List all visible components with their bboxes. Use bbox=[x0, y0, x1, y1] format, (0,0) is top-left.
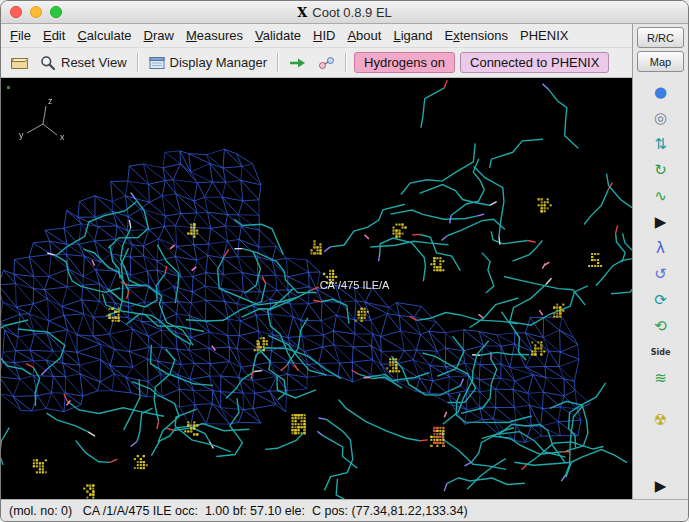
more-tools-arrow-icon[interactable]: ▶ bbox=[648, 476, 674, 497]
toolbar: Reset View Display Manager bbox=[1, 48, 632, 78]
menu-validate[interactable]: Validate bbox=[249, 25, 307, 46]
magnifier-icon bbox=[40, 55, 56, 71]
menu-measures[interactable]: Measures bbox=[180, 25, 249, 46]
go-to-ligand-button[interactable] bbox=[315, 54, 338, 72]
main-area: File Edit Calculate Draw Measures Valida… bbox=[1, 24, 688, 499]
flip-peptide-icon[interactable]: ⟲ bbox=[648, 316, 674, 337]
open-folder-icon bbox=[10, 55, 29, 70]
menu-hid[interactable]: HID bbox=[307, 25, 341, 46]
status-bar: (mol. no: 0) CA /1/A/475 ILE occ: 1.00 b… bbox=[1, 499, 688, 521]
globe-icon[interactable]: ◎ bbox=[648, 108, 674, 129]
toolbar-separator bbox=[277, 53, 279, 72]
window-title: X Coot 0.8.9 EL bbox=[1, 5, 688, 20]
reset-view-label: Reset View bbox=[61, 55, 127, 70]
menu-about[interactable]: About bbox=[341, 25, 387, 46]
map-button[interactable]: Map bbox=[637, 51, 684, 72]
toolbar-separator bbox=[345, 53, 347, 72]
rigid-body-fit-icon[interactable]: ⇅ bbox=[648, 134, 674, 155]
menu-phenix[interactable]: PHENIX bbox=[514, 25, 574, 46]
menu-extensions[interactable]: Extensions bbox=[438, 25, 514, 46]
edit-chi-angles-icon[interactable]: ↺ bbox=[648, 264, 674, 285]
menu-calculate[interactable]: Calculate bbox=[71, 25, 137, 46]
menu-file[interactable]: File bbox=[4, 25, 37, 46]
traffic-lights bbox=[1, 6, 62, 18]
left-column: File Edit Calculate Draw Measures Valida… bbox=[1, 24, 632, 499]
toolbar-separator bbox=[137, 53, 139, 72]
reset-view-button[interactable]: Reset View bbox=[37, 53, 130, 73]
minimize-button[interactable] bbox=[30, 6, 42, 18]
expand-tools-icon[interactable]: ▶ bbox=[648, 212, 674, 233]
window-title-text: Coot 0.8.9 EL bbox=[312, 5, 392, 20]
status-text: (mol. no: 0) CA /1/A/475 ILE occ: 1.00 b… bbox=[9, 504, 468, 518]
menu-edit[interactable]: Edit bbox=[37, 25, 71, 46]
torsion-general-icon[interactable]: ⟳ bbox=[648, 290, 674, 311]
viewport bbox=[1, 78, 632, 499]
rrc-button[interactable]: R/RC bbox=[637, 27, 684, 48]
menu-bar: File Edit Calculate Draw Measures Valida… bbox=[1, 24, 632, 48]
go-to-ligand-icon bbox=[318, 56, 335, 70]
side-chain-flip-icon[interactable]: Side bbox=[648, 342, 674, 363]
open-coordinates-button[interactable] bbox=[7, 53, 32, 72]
jed-flip-icon[interactable]: ≋ bbox=[648, 368, 674, 389]
menu-draw[interactable]: Draw bbox=[138, 25, 180, 46]
zoom-window-button[interactable] bbox=[50, 6, 62, 18]
menu-ligand[interactable]: Ligand bbox=[387, 25, 438, 46]
hydrogens-button[interactable]: Hydrogens on bbox=[354, 52, 455, 73]
title-bar: X Coot 0.8.9 EL bbox=[1, 1, 688, 24]
display-manager-icon bbox=[149, 56, 165, 70]
right-panel: R/RC Map ●◎⇅↻∿▶λ↺⟳⟲Side≋☢▶ bbox=[632, 24, 688, 499]
x11-icon: X bbox=[297, 5, 307, 20]
auto-fit-rotamer-icon[interactable]: ∿ bbox=[648, 186, 674, 207]
viewport-canvas[interactable] bbox=[1, 78, 632, 499]
rotamers-icon[interactable]: λ bbox=[648, 238, 674, 259]
go-to-atom-icon bbox=[289, 57, 307, 69]
app-window: X Coot 0.8.9 EL File Edit Calculate Draw… bbox=[0, 0, 689, 522]
phenix-status-button[interactable]: Connected to PHENIX bbox=[460, 52, 609, 73]
display-manager-label: Display Manager bbox=[170, 55, 268, 70]
display-manager-button[interactable]: Display Manager bbox=[146, 53, 271, 72]
radiation-rotamer-icon[interactable]: ☢ bbox=[648, 410, 674, 431]
go-to-atom-button[interactable] bbox=[286, 55, 310, 71]
close-button[interactable] bbox=[10, 6, 22, 18]
rotate-translate-icon[interactable]: ↻ bbox=[648, 160, 674, 181]
sphere-refine-icon[interactable]: ● bbox=[648, 82, 674, 103]
side-toolbar: ●◎⇅↻∿▶λ↺⟳⟲Side≋☢▶ bbox=[635, 75, 686, 497]
